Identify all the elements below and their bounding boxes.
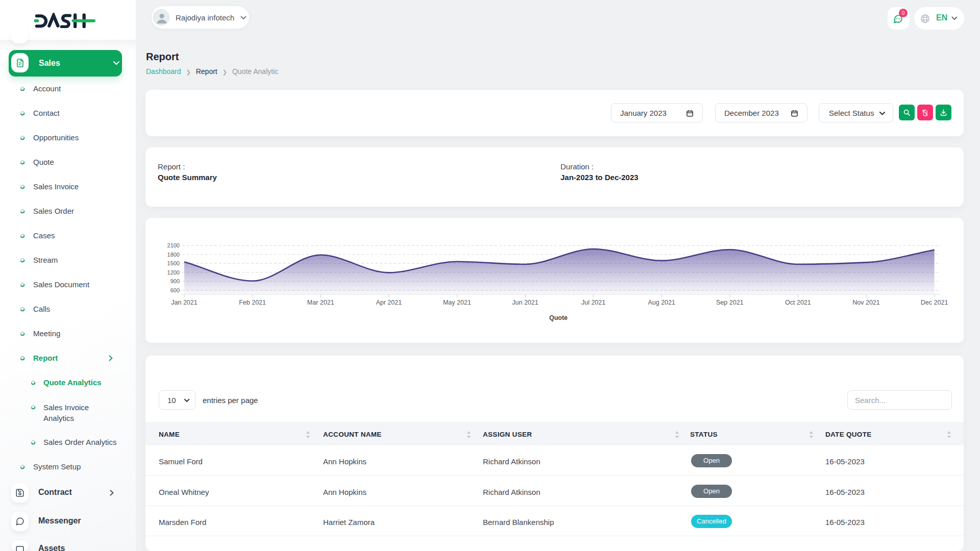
svg-text:1500: 1500 bbox=[167, 260, 180, 266]
svg-text:Jun 2021: Jun 2021 bbox=[512, 299, 538, 306]
svg-text:Nov 2021: Nov 2021 bbox=[852, 299, 880, 306]
svg-text:Aug 2021: Aug 2021 bbox=[648, 299, 675, 306]
svg-text:Apr 2021: Apr 2021 bbox=[376, 299, 402, 306]
svg-text:Feb 2021: Feb 2021 bbox=[239, 299, 266, 306]
svg-text:900: 900 bbox=[170, 278, 180, 284]
svg-text:Quote: Quote bbox=[549, 314, 568, 321]
svg-text:Jan 2021: Jan 2021 bbox=[171, 299, 197, 306]
svg-text:Oct 2021: Oct 2021 bbox=[785, 299, 811, 306]
svg-text:Jul 2021: Jul 2021 bbox=[581, 299, 605, 306]
svg-text:1200: 1200 bbox=[167, 269, 180, 276]
svg-text:600: 600 bbox=[170, 287, 180, 293]
svg-text:Mar 2021: Mar 2021 bbox=[307, 299, 334, 306]
svg-text:Dec 2021: Dec 2021 bbox=[921, 299, 948, 306]
svg-text:May 2021: May 2021 bbox=[443, 299, 471, 306]
svg-text:1800: 1800 bbox=[167, 252, 180, 258]
svg-text:Sep 2021: Sep 2021 bbox=[716, 299, 744, 306]
svg-text:2100: 2100 bbox=[167, 242, 180, 248]
